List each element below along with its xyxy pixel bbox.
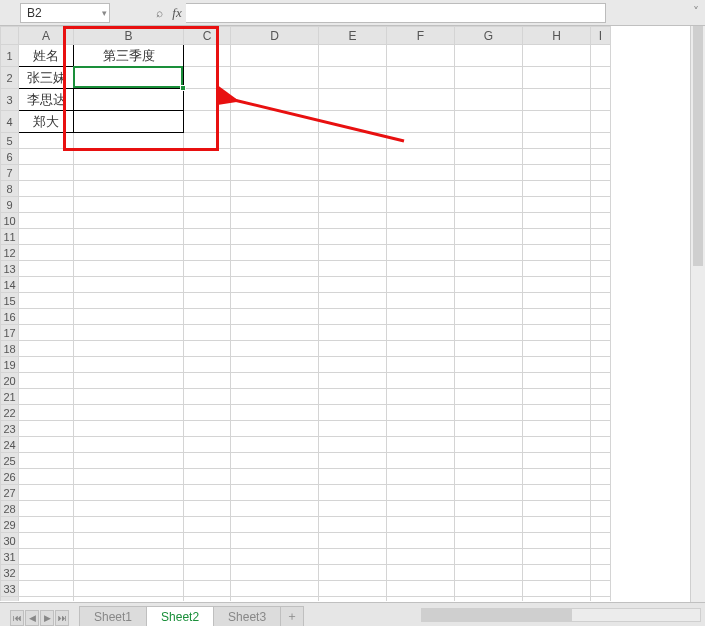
cell-D10[interactable] xyxy=(231,213,319,229)
cell-A29[interactable] xyxy=(19,517,74,533)
cell-A25[interactable] xyxy=(19,453,74,469)
cell-C13[interactable] xyxy=(184,261,231,277)
row-header-25[interactable]: 25 xyxy=(1,453,19,469)
cell-F17[interactable] xyxy=(387,325,455,341)
cell-B5[interactable] xyxy=(74,133,184,149)
cell-C21[interactable] xyxy=(184,389,231,405)
row-header-14[interactable]: 14 xyxy=(1,277,19,293)
cell-H25[interactable] xyxy=(523,453,591,469)
col-header-F[interactable]: F xyxy=(387,27,455,45)
cell-B13[interactable] xyxy=(74,261,184,277)
cell-B3[interactable] xyxy=(74,89,184,111)
cell-C9[interactable] xyxy=(184,197,231,213)
cell-H16[interactable] xyxy=(523,309,591,325)
row-header-9[interactable]: 9 xyxy=(1,197,19,213)
name-box-dropdown-icon[interactable]: ▾ xyxy=(102,8,107,18)
cell-C14[interactable] xyxy=(184,277,231,293)
cell-I27[interactable] xyxy=(591,485,611,501)
cell-B17[interactable] xyxy=(74,325,184,341)
cell-H22[interactable] xyxy=(523,405,591,421)
cell-H6[interactable] xyxy=(523,149,591,165)
row-header-1[interactable]: 1 xyxy=(1,45,19,67)
cell-F33[interactable] xyxy=(387,581,455,597)
cell-I5[interactable] xyxy=(591,133,611,149)
row-header-27[interactable]: 27 xyxy=(1,485,19,501)
cell-F23[interactable] xyxy=(387,421,455,437)
cell-F12[interactable] xyxy=(387,245,455,261)
cell-A22[interactable] xyxy=(19,405,74,421)
cell-E18[interactable] xyxy=(319,341,387,357)
cell-B24[interactable] xyxy=(74,437,184,453)
cell-G12[interactable] xyxy=(455,245,523,261)
row-header-18[interactable]: 18 xyxy=(1,341,19,357)
cell-H15[interactable] xyxy=(523,293,591,309)
cell-C2[interactable] xyxy=(184,67,231,89)
cell-C29[interactable] xyxy=(184,517,231,533)
cell-E14[interactable] xyxy=(319,277,387,293)
cell-D24[interactable] xyxy=(231,437,319,453)
cell-I26[interactable] xyxy=(591,469,611,485)
cell-E13[interactable] xyxy=(319,261,387,277)
cell-F18[interactable] xyxy=(387,341,455,357)
cell-C24[interactable] xyxy=(184,437,231,453)
row-header-8[interactable]: 8 xyxy=(1,181,19,197)
cell-G19[interactable] xyxy=(455,357,523,373)
cell-E11[interactable] xyxy=(319,229,387,245)
cell-G21[interactable] xyxy=(455,389,523,405)
cell-D27[interactable] xyxy=(231,485,319,501)
cell-B18[interactable] xyxy=(74,341,184,357)
cell-E12[interactable] xyxy=(319,245,387,261)
cell-D19[interactable] xyxy=(231,357,319,373)
cell-B23[interactable] xyxy=(74,421,184,437)
nav-next-icon[interactable]: ▶ xyxy=(40,610,54,626)
cell-G4[interactable] xyxy=(455,111,523,133)
row-header-10[interactable]: 10 xyxy=(1,213,19,229)
cell-F24[interactable] xyxy=(387,437,455,453)
cell-B2[interactable] xyxy=(74,67,184,89)
cell-E23[interactable] xyxy=(319,421,387,437)
cell-G28[interactable] xyxy=(455,501,523,517)
row-header-34[interactable]: 34 xyxy=(1,597,19,602)
cell-C8[interactable] xyxy=(184,181,231,197)
cell-F1[interactable] xyxy=(387,45,455,67)
cell-A3[interactable]: 李思达 xyxy=(19,89,74,111)
cell-A13[interactable] xyxy=(19,261,74,277)
cell-F11[interactable] xyxy=(387,229,455,245)
horizontal-scrollbar-thumb[interactable] xyxy=(422,609,572,621)
cell-A8[interactable] xyxy=(19,181,74,197)
cell-E9[interactable] xyxy=(319,197,387,213)
cell-F32[interactable] xyxy=(387,565,455,581)
cell-B28[interactable] xyxy=(74,501,184,517)
cell-G8[interactable] xyxy=(455,181,523,197)
cell-G2[interactable] xyxy=(455,67,523,89)
add-sheet-button[interactable]: ＋ xyxy=(280,606,304,626)
cell-C12[interactable] xyxy=(184,245,231,261)
cell-H24[interactable] xyxy=(523,437,591,453)
cell-B7[interactable] xyxy=(74,165,184,181)
cell-A15[interactable] xyxy=(19,293,74,309)
cell-B31[interactable] xyxy=(74,549,184,565)
cell-E19[interactable] xyxy=(319,357,387,373)
cell-A20[interactable] xyxy=(19,373,74,389)
cell-C33[interactable] xyxy=(184,581,231,597)
col-header-H[interactable]: H xyxy=(523,27,591,45)
row-header-11[interactable]: 11 xyxy=(1,229,19,245)
cell-H34[interactable] xyxy=(523,597,591,602)
cell-E20[interactable] xyxy=(319,373,387,389)
cell-H10[interactable] xyxy=(523,213,591,229)
col-header-A[interactable]: A xyxy=(19,27,74,45)
cell-H11[interactable] xyxy=(523,229,591,245)
cell-C3[interactable] xyxy=(184,89,231,111)
cell-A32[interactable] xyxy=(19,565,74,581)
cell-A17[interactable] xyxy=(19,325,74,341)
cell-B4[interactable] xyxy=(74,111,184,133)
cell-I24[interactable] xyxy=(591,437,611,453)
cell-A27[interactable] xyxy=(19,485,74,501)
cell-D6[interactable] xyxy=(231,149,319,165)
row-header-19[interactable]: 19 xyxy=(1,357,19,373)
cell-H21[interactable] xyxy=(523,389,591,405)
col-header-E[interactable]: E xyxy=(319,27,387,45)
cell-D23[interactable] xyxy=(231,421,319,437)
row-header-4[interactable]: 4 xyxy=(1,111,19,133)
row-header-15[interactable]: 15 xyxy=(1,293,19,309)
